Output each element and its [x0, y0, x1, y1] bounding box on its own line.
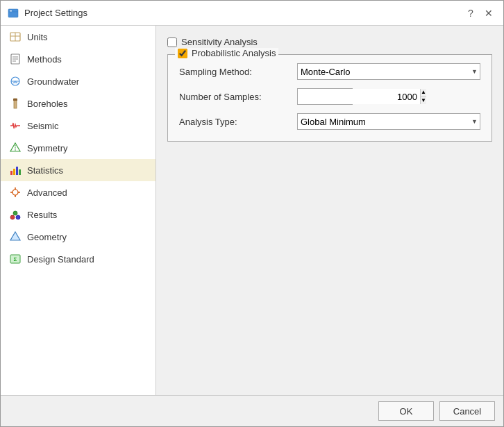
- symmetry-label: Symmetry: [27, 143, 68, 153]
- help-button[interactable]: ?: [463, 6, 478, 21]
- sensitivity-analysis-checkbox[interactable]: [167, 37, 177, 47]
- results-label: Results: [27, 210, 57, 220]
- sensitivity-analysis-row: Sensitivity Analysis: [167, 37, 492, 47]
- seismic-icon: [9, 119, 22, 132]
- sampling-method-select-wrap: Monte-Carlo Latin Hypercube: [297, 63, 480, 80]
- analysis-type-select[interactable]: Global Minimum Mean Percentile: [297, 113, 480, 130]
- sidebar: Units Methods: [1, 26, 156, 395]
- sidebar-item-methods[interactable]: Methods: [1, 48, 156, 70]
- analysis-type-label: Analysis Type:: [179, 117, 297, 127]
- svg-point-25: [10, 215, 15, 219]
- groundwater-icon: [9, 75, 22, 87]
- boreholes-icon: [9, 97, 22, 110]
- sidebar-item-boreholes[interactable]: Boreholes: [1, 92, 156, 115]
- advanced-icon: [9, 186, 22, 199]
- number-of-samples-control: ▲ ▼: [297, 88, 480, 105]
- svg-point-26: [16, 215, 20, 219]
- svg-rect-19: [19, 169, 21, 175]
- number-of-samples-label: Number of Samples:: [179, 92, 297, 102]
- boreholes-label: Boreholes: [27, 99, 68, 109]
- design-standard-label: Design Standard: [27, 254, 94, 265]
- sampling-method-row: Sampling Method: Monte-Carlo Latin Hyper…: [179, 63, 480, 80]
- dialog-body: Units Methods: [1, 26, 503, 395]
- sidebar-item-groundwater[interactable]: Groundwater: [1, 70, 156, 92]
- probabilistic-analysis-checkbox[interactable]: [178, 49, 187, 58]
- number-of-samples-spinner: ▲ ▼: [420, 89, 426, 104]
- project-settings-dialog: Project Settings ? ✕ Units: [0, 0, 504, 427]
- title-bar: Project Settings ? ✕: [1, 1, 503, 26]
- advanced-label: Advanced: [27, 187, 67, 198]
- sidebar-item-results[interactable]: Results: [1, 203, 156, 226]
- design-standard-icon: Σ: [9, 253, 22, 265]
- sampling-method-select[interactable]: Monte-Carlo Latin Hypercube: [297, 63, 480, 80]
- groundwater-label: Groundwater: [27, 76, 79, 87]
- close-button[interactable]: ✕: [481, 6, 496, 21]
- dialog-icon: [8, 8, 19, 19]
- svg-rect-0: [8, 9, 18, 17]
- sampling-method-label: Sampling Method:: [179, 67, 297, 77]
- probabilistic-legend: Probabilistic Analysis: [175, 48, 278, 58]
- svg-rect-17: [13, 169, 15, 175]
- samples-spin-up[interactable]: ▲: [421, 89, 426, 97]
- results-icon: [9, 208, 22, 221]
- number-of-samples-input[interactable]: [298, 89, 420, 104]
- svg-point-20: [12, 190, 18, 195]
- analysis-type-select-wrap: Global Minimum Mean Percentile: [297, 113, 480, 130]
- sensitivity-analysis-label[interactable]: Sensitivity Analysis: [181, 37, 258, 47]
- analysis-type-row: Analysis Type: Global Minimum Mean Perce…: [179, 113, 480, 130]
- sidebar-item-advanced[interactable]: Advanced: [1, 181, 156, 203]
- analysis-type-control: Global Minimum Mean Percentile: [297, 113, 480, 130]
- geometry-icon: [9, 231, 22, 243]
- methods-icon: [9, 53, 22, 65]
- sidebar-item-statistics[interactable]: Statistics: [1, 159, 156, 181]
- probabilistic-analysis-label[interactable]: Probabilistic Analysis: [192, 48, 276, 58]
- units-icon: [9, 31, 22, 43]
- dialog-footer: OK Cancel: [1, 395, 503, 426]
- svg-rect-16: [10, 171, 12, 175]
- units-label: Units: [27, 32, 48, 42]
- sidebar-item-geometry[interactable]: Geometry: [1, 226, 156, 248]
- number-of-samples-row: Number of Samples: ▲ ▼: [179, 88, 480, 105]
- svg-rect-18: [16, 167, 18, 175]
- ok-button[interactable]: OK: [378, 401, 434, 421]
- svg-marker-28: [10, 232, 20, 240]
- sidebar-item-units[interactable]: Units: [1, 26, 156, 48]
- svg-text:Σ: Σ: [14, 256, 17, 262]
- symmetry-icon: [9, 142, 22, 154]
- methods-label: Methods: [27, 54, 62, 65]
- main-content: Sensitivity Analysis Probabilistic Analy…: [156, 26, 503, 395]
- title-controls: ? ✕: [463, 6, 496, 21]
- svg-rect-13: [13, 99, 17, 101]
- statistics-label: Statistics: [27, 165, 63, 176]
- sidebar-item-design-standard[interactable]: Σ Design Standard: [1, 248, 156, 270]
- probabilistic-analysis-group: Probabilistic Analysis Sampling Method: …: [167, 54, 492, 142]
- geometry-label: Geometry: [27, 232, 67, 242]
- svg-rect-2: [10, 10, 12, 12]
- number-of-samples-input-wrap: ▲ ▼: [297, 88, 353, 105]
- samples-spin-down[interactable]: ▼: [421, 97, 426, 105]
- sampling-method-control: Monte-Carlo Latin Hypercube: [297, 63, 480, 80]
- sidebar-item-seismic[interactable]: Seismic: [1, 115, 156, 137]
- dialog-title: Project Settings: [24, 8, 457, 18]
- sidebar-item-symmetry[interactable]: Symmetry: [1, 137, 156, 159]
- cancel-button[interactable]: Cancel: [439, 401, 495, 421]
- seismic-label: Seismic: [27, 121, 59, 131]
- svg-point-27: [13, 211, 17, 215]
- statistics-icon: [9, 164, 22, 176]
